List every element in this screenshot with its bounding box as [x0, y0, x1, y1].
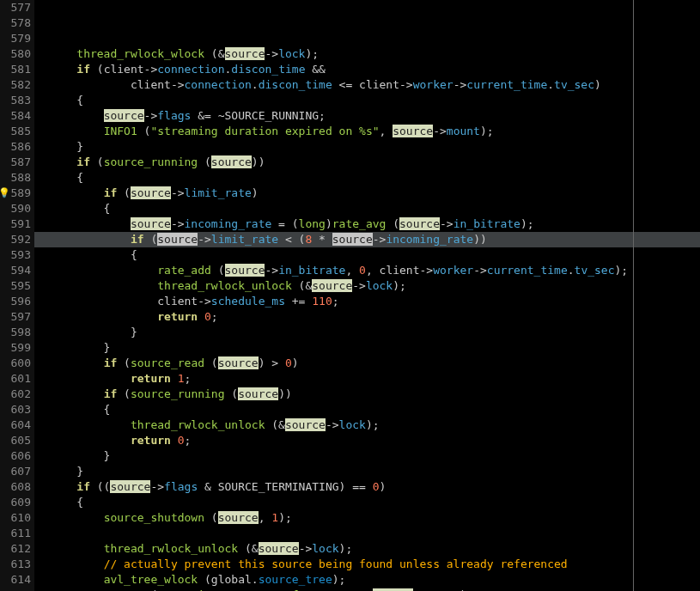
line-number: 596 — [0, 294, 31, 309]
code-line[interactable]: DEBUG1 ("removing source %s from tree", … — [34, 588, 700, 591]
token: lock — [339, 418, 366, 431]
line-number: 603 — [0, 402, 31, 417]
line-number: 599 — [0, 340, 31, 356]
token: mount — [447, 125, 480, 137]
token: 0 — [178, 434, 185, 447]
code-line[interactable]: if (source_running (source)) — [34, 155, 700, 170]
token: -> — [265, 47, 278, 60]
token: ; — [185, 434, 192, 447]
code-line[interactable]: if (source_read (source) > 0) — [34, 356, 700, 371]
code-line[interactable]: } — [34, 340, 700, 356]
token: lock — [366, 279, 393, 292]
code-line[interactable]: return 0; — [34, 309, 700, 325]
token: &= ~ — [191, 109, 224, 122]
token: ); — [615, 264, 629, 277]
token: client — [380, 264, 420, 277]
line-number: 586 — [0, 139, 31, 155]
code-line[interactable]: if ((source->flags & SOURCE_TERMINATING)… — [34, 479, 700, 495]
token: , — [259, 511, 272, 524]
token: in_bitrate — [278, 264, 345, 277]
code-line[interactable]: INFO1 ("streaming duration expired on %s… — [34, 124, 700, 139]
token: tv_sec — [575, 264, 615, 277]
code-line[interactable]: thread_rwlock_unlock (&source->lock); — [34, 417, 700, 433]
code-line[interactable]: return 0; — [34, 433, 700, 448]
token: ); — [520, 217, 534, 230]
token: if — [76, 155, 90, 168]
code-line[interactable]: thread_rwlock_wlock (&source->lock); — [34, 46, 700, 62]
code-line[interactable]: thread_rwlock_unlock (&source->lock); — [34, 278, 700, 294]
token: ( — [144, 233, 158, 246]
line-number: 607 — [0, 464, 31, 479]
token: . — [568, 264, 575, 277]
token: global — [211, 573, 252, 586]
code-line[interactable]: } — [34, 448, 700, 464]
token: (& — [238, 542, 258, 555]
token: worker — [413, 78, 453, 91]
code-area[interactable]: thread_rwlock_wlock (&source->lock); if … — [34, 0, 700, 591]
token — [50, 295, 157, 308]
token: -> — [373, 233, 387, 246]
code-line[interactable]: } — [34, 139, 700, 155]
token: 1 — [178, 372, 185, 385]
token — [50, 310, 157, 323]
code-line[interactable]: thread_rwlock_unlock (&source->lock); — [34, 541, 700, 557]
line-number: 608 — [0, 479, 31, 495]
token — [50, 480, 76, 493]
code-line[interactable]: return 1; — [34, 371, 700, 387]
code-line[interactable] — [34, 526, 700, 541]
code-line[interactable]: source->incoming_rate = (long)rate_avg (… — [34, 216, 700, 232]
token: -> — [326, 418, 339, 431]
token: source_shutdown — [104, 511, 204, 524]
code-line[interactable]: { — [34, 495, 700, 510]
token: -> — [144, 63, 158, 76]
token: { — [50, 202, 110, 215]
token: ); — [278, 511, 292, 524]
code-line[interactable]: source_shutdown (source, 1); — [34, 510, 700, 526]
token: current_time — [466, 78, 547, 91]
token: (( — [90, 480, 110, 493]
token: if — [104, 186, 118, 199]
code-line[interactable]: { — [34, 170, 700, 186]
line-number: 602 — [0, 387, 31, 402]
token: if — [76, 480, 90, 493]
token: = ( — [271, 217, 298, 230]
token — [50, 356, 104, 369]
code-line[interactable]: client->schedule_ms += 110; — [34, 294, 700, 309]
token: limit_rate — [211, 233, 278, 246]
token — [50, 372, 131, 385]
token — [50, 387, 104, 400]
code-line[interactable]: { — [34, 93, 700, 108]
line-number: 585 — [0, 124, 31, 139]
token: return — [131, 434, 171, 447]
code-line[interactable]: client->connection.discon_time <= client… — [34, 77, 700, 93]
code-line[interactable]: if (source_running (source)) — [34, 387, 700, 402]
code-line[interactable]: avl_tree_wlock (global.source_tree); — [34, 572, 700, 588]
token: if — [104, 356, 118, 369]
token: source — [104, 109, 144, 122]
token: SOURCE_TERMINATING — [218, 480, 339, 493]
token: { — [50, 171, 83, 184]
code-line[interactable]: { — [34, 247, 700, 263]
line-number: 595 — [0, 278, 31, 294]
code-line[interactable]: source->flags &= ~SOURCE_RUNNING; — [34, 108, 700, 124]
code-line[interactable]: // actually prevent this source being fo… — [34, 557, 700, 572]
code-line[interactable]: } — [34, 325, 700, 340]
token: ( — [204, 511, 218, 524]
code-line[interactable]: if (source->limit_rate < (8 * source->in… — [34, 232, 700, 247]
token: source_running — [131, 387, 225, 400]
line-number: 600 — [0, 356, 31, 371]
token: 0 — [373, 480, 380, 493]
code-line[interactable]: } — [34, 464, 700, 479]
code-line[interactable]: if (source->limit_rate) — [34, 186, 700, 201]
token: source_running — [104, 155, 198, 168]
code-line[interactable]: { — [34, 402, 700, 417]
token: tv_sec — [554, 78, 594, 91]
line-number: 612 — [0, 541, 31, 557]
code-line[interactable]: rate_add (source->in_bitrate, 0, client-… — [34, 263, 700, 278]
code-line[interactable]: if (client->connection.discon_time && — [34, 62, 700, 77]
token: )) — [252, 155, 265, 168]
line-number: 606 — [0, 448, 31, 464]
token: )) — [278, 387, 292, 400]
code-line[interactable]: { — [34, 201, 700, 216]
token: in_bitrate — [453, 217, 520, 230]
